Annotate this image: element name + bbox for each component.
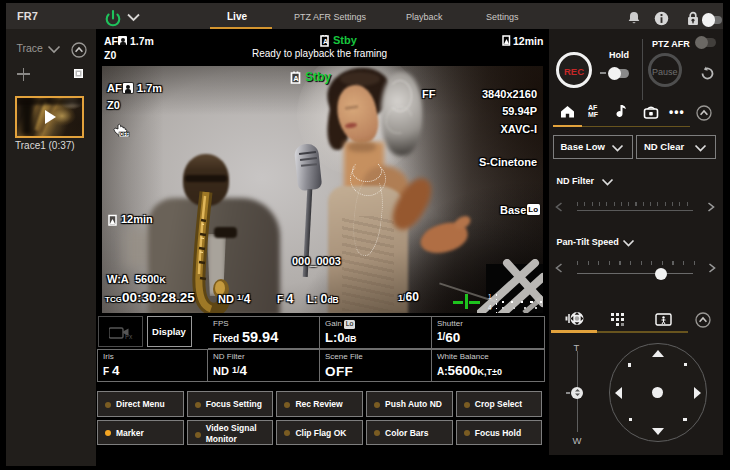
- svg-text:A: A: [293, 74, 299, 83]
- svg-text:OFF: OFF: [120, 132, 129, 137]
- svg-text:A: A: [323, 38, 328, 45]
- svg-text:Fx: Fx: [125, 333, 133, 340]
